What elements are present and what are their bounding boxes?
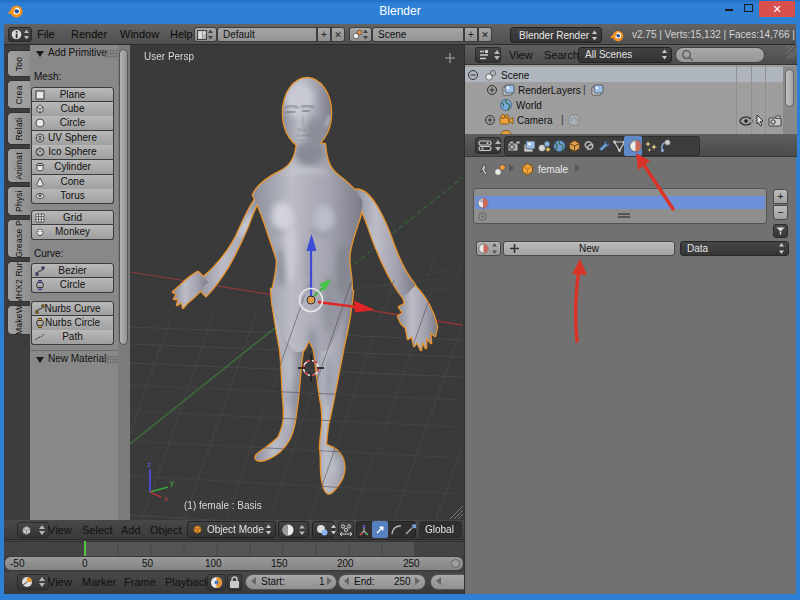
svg-text:x: x: [164, 494, 168, 503]
svg-text:z: z: [147, 460, 151, 469]
svg-text:y: y: [170, 478, 174, 487]
svg-text:User Persp: User Persp: [144, 51, 194, 62]
svg-text:(1) female : Basis: (1) female : Basis: [184, 500, 262, 511]
